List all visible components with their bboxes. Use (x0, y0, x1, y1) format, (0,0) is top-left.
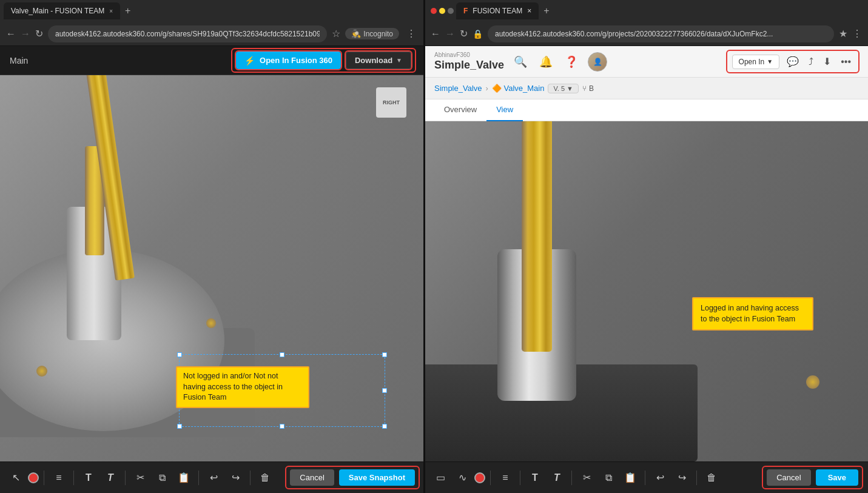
right-text-tool[interactable]: T (525, 468, 545, 488)
cancel-button-left[interactable]: Cancel (290, 469, 334, 486)
tab-close-btn[interactable]: × (109, 8, 113, 15)
sel-handle-br[interactable] (382, 424, 387, 429)
save-button-right[interactable]: Save (816, 469, 858, 486)
pointer-tool[interactable]: ↖ (6, 468, 25, 488)
right-tab-label: FUSION TEAM (473, 7, 522, 15)
app-title-section: AbhinavF360 Simple_Valve (434, 52, 504, 72)
right-tab-bar: F FUSION TEAM × + (425, 0, 868, 22)
paste-tool[interactable]: 📋 (174, 468, 193, 488)
right-new-tab-button[interactable]: + (539, 5, 554, 16)
forward-icon[interactable]: → (21, 29, 30, 39)
window-maximize-dot[interactable] (448, 8, 454, 14)
tab-label: Valve_Main - FUSION TEAM (11, 7, 104, 15)
incognito-badge: 🕵 Incognito (345, 28, 399, 39)
branch-label: B (589, 84, 594, 93)
open-fusion-button[interactable]: ⚡ Open In Fusion 360 (236, 52, 341, 69)
right-curve-tool[interactable]: ∿ (453, 468, 472, 488)
right-undo-tool[interactable]: ↩ (650, 468, 670, 488)
right-tab-close[interactable]: × (527, 7, 531, 15)
view-cube[interactable]: RIGHT (376, 87, 406, 118)
left-annotation: Not logged in and/or Not not having acce… (176, 366, 309, 408)
comment-icon-btn[interactable]: 💬 (784, 53, 801, 70)
right-paste-tool[interactable]: 📋 (621, 468, 640, 488)
app-doc-title: Simple_Valve (434, 59, 504, 72)
right-browser-pane: F FUSION TEAM × + ← → ↻ 🔒 ★ ⋮ AbhinavF36… (425, 0, 868, 493)
left-url-input[interactable] (48, 25, 327, 42)
toolbar-separator-1 (44, 471, 44, 485)
browser-menu-icon[interactable]: ⋮ (404, 28, 419, 39)
fusion-icon: ⚡ (244, 56, 255, 65)
right-color-swatch[interactable] (474, 472, 485, 483)
right-reload-icon[interactable]: ↻ (460, 28, 468, 39)
download-button[interactable]: Download ▼ (346, 52, 411, 69)
right-toolbar-sep-3 (571, 471, 572, 485)
version-badge[interactable]: V. 5 ▼ (548, 84, 579, 93)
header-search-icon[interactable]: 🔍 (511, 53, 530, 71)
right-back-icon[interactable]: ← (431, 29, 440, 39)
right-list-tool[interactable]: ≡ (496, 468, 515, 488)
right-redo-tool[interactable]: ↪ (672, 468, 691, 488)
header-help-icon[interactable]: ❓ (562, 53, 580, 71)
download-icon-btn[interactable]: ⬇ (821, 53, 833, 70)
download-label: Download (355, 56, 392, 65)
right-3d-scene: Logged in and having access to the objec… (425, 121, 868, 461)
reload-icon[interactable]: ↻ (35, 28, 43, 39)
breadcrumb-simple-valve[interactable]: Simple_Valve (434, 84, 482, 93)
right-url-input[interactable] (488, 25, 834, 42)
toolbar-separator-4 (198, 471, 199, 485)
delete-tool[interactable]: 🗑 (255, 468, 275, 488)
cancel-button-right[interactable]: Cancel (767, 469, 810, 486)
open-in-button[interactable]: Open In ▼ (732, 55, 780, 69)
right-text-style-tool[interactable]: T (547, 468, 567, 488)
share-icon-btn[interactable]: ⤴ (806, 54, 816, 70)
window-close-dot[interactable] (431, 8, 437, 14)
more-options-btn[interactable]: ••• (838, 54, 853, 70)
tab-view[interactable]: View (486, 99, 523, 121)
header-bell-icon[interactable]: 🔔 (537, 53, 555, 71)
sel-handle-bm[interactable] (280, 424, 284, 429)
scene-bolt-2 (206, 318, 216, 328)
left-browser-pane: Valve_Main - FUSION TEAM × + ← → ↻ ☆ 🕵 I… (0, 0, 425, 493)
app-user-label: AbhinavF360 (434, 52, 504, 58)
redo-tool[interactable]: ↪ (226, 468, 245, 488)
lock-icon: 🔒 (473, 29, 483, 39)
text-tool[interactable]: T (79, 468, 98, 488)
right-cut-tool[interactable]: ✂ (577, 468, 596, 488)
right-copy-tool[interactable]: ⧉ (599, 468, 618, 488)
fusion-tab-icon: F (463, 7, 468, 15)
sel-handle-tr[interactable] (382, 352, 387, 357)
undo-tool[interactable]: ↩ (204, 468, 223, 488)
cube-label: RIGHT (383, 99, 400, 106)
right-menu-icon[interactable]: ⋮ (852, 28, 862, 39)
left-bottom-toolbar: ↖ ≡ T T ✂ ⧉ 📋 ↩ ↪ 🗑 Cancel Save Snapshot (0, 461, 425, 493)
star-icon[interactable]: ☆ (332, 28, 340, 39)
branch-badge: ⑂ B (582, 84, 594, 93)
color-swatch-red[interactable] (28, 472, 39, 483)
right-viewport: Logged in and having access to the objec… (425, 121, 868, 461)
left-viewport: RIGHT Not logged in and/or Not not havin… (0, 75, 425, 461)
right-forward-icon[interactable]: → (445, 29, 455, 39)
right-delete-tool[interactable]: 🗑 (702, 468, 721, 488)
toolbar-separator-5 (250, 471, 251, 485)
sel-handle-mr[interactable] (382, 388, 387, 393)
pane-divider (423, 0, 425, 493)
nav-tabs-bar: Overview View (425, 99, 868, 121)
user-avatar[interactable]: 👤 (588, 52, 607, 72)
new-tab-button[interactable]: + (120, 5, 135, 16)
sel-handle-tm[interactable] (280, 352, 284, 357)
tab-overview[interactable]: Overview (434, 99, 486, 121)
text-style-tool[interactable]: T (101, 468, 120, 488)
right-rect-tool[interactable]: ▭ (431, 468, 450, 488)
back-icon[interactable]: ← (6, 29, 16, 39)
cut-tool[interactable]: ✂ (130, 468, 150, 488)
breadcrumb-valve-main[interactable]: 🔶 Valve_Main (492, 84, 545, 93)
right-active-tab[interactable]: F FUSION TEAM × (456, 2, 539, 19)
window-minimize-dot[interactable] (439, 8, 445, 14)
left-active-tab[interactable]: Valve_Main - FUSION TEAM × (4, 2, 120, 19)
toolbar-separator-3 (125, 471, 126, 485)
list-tool[interactable]: ≡ (49, 468, 69, 488)
open-in-label: Open In (739, 58, 765, 66)
copy-tool[interactable]: ⧉ (152, 468, 172, 488)
right-star-icon[interactable]: ★ (839, 28, 847, 39)
save-snapshot-button[interactable]: Save Snapshot (339, 469, 415, 486)
